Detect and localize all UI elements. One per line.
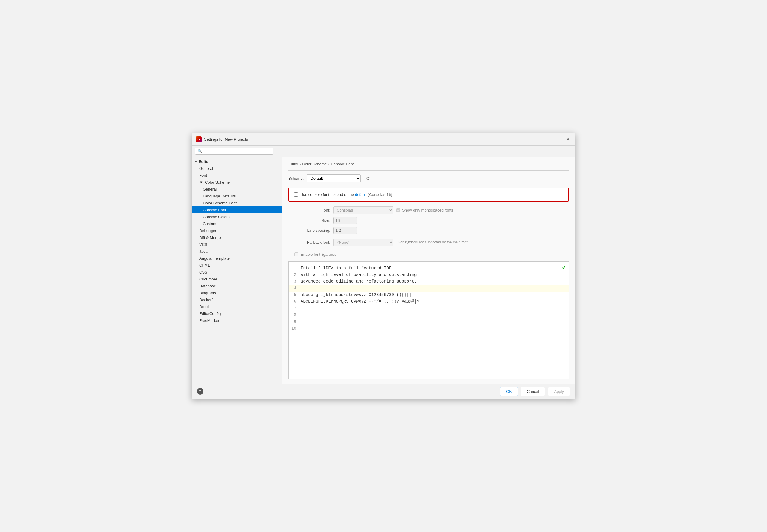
preview-line-6: 6 ABCDEFGHIJKLMNOPQRSTUVWXYZ +-*/= .,;:!…	[289, 298, 569, 305]
size-row: Size:	[294, 217, 569, 224]
cancel-button[interactable]: Cancel	[521, 387, 545, 396]
sidebar-item-custom[interactable]: Custom	[192, 220, 282, 227]
breadcrumb-sep-1: ›	[300, 162, 301, 166]
sidebar-item-dockerfile[interactable]: Dockerfile	[192, 296, 282, 303]
help-button[interactable]: ?	[197, 388, 203, 395]
sidebar-item-font[interactable]: Font	[192, 172, 282, 179]
settings-window: IJ Settings for New Projects ✕ ▼ Editor …	[192, 133, 575, 399]
sidebar-item-color-scheme[interactable]: ▼ Color Scheme	[192, 179, 282, 186]
scheme-select[interactable]: Default Darcula High Contrast	[307, 174, 361, 182]
chevron-down-icon: ▼	[194, 160, 197, 163]
scheme-label: Scheme:	[288, 176, 304, 181]
fallback-row: Fallback font: <None> For symbols not su…	[294, 239, 569, 246]
preview-checkmark-icon: ✔	[562, 264, 566, 271]
preview-line-10: 10	[289, 325, 569, 332]
font-row: Font: Consolas Show only monospaced font…	[294, 206, 569, 214]
sidebar-item-angular-template[interactable]: Angular Template	[192, 255, 282, 262]
preview-lines: 1 IntelliJ IDEA is a full-featured IDE 2…	[289, 262, 569, 335]
fallback-select[interactable]: <None>	[333, 239, 393, 246]
default-link[interactable]: default	[355, 192, 367, 197]
preview-line-2: 2 with a high level of usability and out…	[289, 271, 569, 278]
right-panel: Editor › Color Scheme › Console Font Sch…	[282, 157, 575, 384]
preview-line-9: 9	[289, 319, 569, 325]
line-spacing-label: Line spacing:	[294, 228, 330, 233]
preview-line-3: 3 advanced code editing and refactoring …	[289, 278, 569, 285]
sidebar-item-general[interactable]: General	[192, 165, 282, 172]
sidebar-item-color-scheme-font[interactable]: Color Scheme Font	[192, 200, 282, 206]
sidebar-item-css[interactable]: CSS	[192, 269, 282, 276]
preview-line-8: 8	[289, 312, 569, 318]
preview-box: 1 IntelliJ IDEA is a full-featured IDE 2…	[288, 261, 569, 379]
close-button[interactable]: ✕	[564, 136, 571, 143]
separator	[288, 170, 569, 171]
sidebar-item-drools[interactable]: Drools	[192, 303, 282, 310]
sidebar-item-database[interactable]: Database	[192, 283, 282, 289]
search-bar	[192, 146, 575, 157]
use-console-font-label: Use console font instead of the default …	[300, 192, 392, 197]
sidebar-item-cs-general[interactable]: General	[192, 186, 282, 193]
font-label: Font:	[294, 208, 330, 212]
sidebar-item-cfml[interactable]: CFML	[192, 262, 282, 269]
preview-line-7: 7	[289, 305, 569, 312]
sidebar-item-java[interactable]: Java	[192, 248, 282, 255]
fallback-label: Fallback font:	[294, 240, 330, 245]
sidebar-item-language-defaults[interactable]: Language Defaults	[192, 193, 282, 200]
scheme-gear-button[interactable]: ⚙	[364, 174, 372, 183]
fallback-hint: For symbols not supported by the main fo…	[398, 240, 468, 244]
sidebar: ▼ Editor General Font ▼ Color Scheme Gen…	[192, 157, 282, 384]
search-input[interactable]	[195, 148, 273, 155]
sidebar-item-diff-merge[interactable]: Diff & Merge	[192, 234, 282, 241]
font-settings-grid: Font: Consolas Show only monospaced font…	[288, 206, 569, 246]
line-spacing-input[interactable]	[333, 227, 357, 234]
preview-line-5: 5 abcdefghijklmnopqrstuvwxyz 0123456789 …	[289, 292, 569, 298]
size-label: Size:	[294, 218, 330, 223]
sidebar-item-editor[interactable]: ▼ Editor	[192, 158, 282, 165]
ok-button[interactable]: OK	[500, 387, 518, 396]
sidebar-item-debugger[interactable]: Debugger	[192, 227, 282, 234]
chevron-down-icon: ▼	[199, 180, 203, 185]
app-icon: IJ	[196, 136, 202, 142]
bottom-bar: ? OK Cancel Apply	[192, 384, 575, 399]
title-bar-left: IJ Settings for New Projects	[196, 136, 248, 142]
window-title: Settings for New Projects	[204, 137, 248, 142]
preview-line-1: 1 IntelliJ IDEA is a full-featured IDE	[289, 265, 569, 271]
sidebar-item-freemarker[interactable]: FreeMarker	[192, 317, 282, 324]
show-monospaced-row: Show only monospaced fonts	[396, 208, 453, 212]
ligatures-label: Enable font ligatures	[301, 252, 336, 257]
preview-line-4: 4	[289, 285, 569, 292]
use-console-font-row: Use console font instead of the default …	[288, 188, 569, 202]
sidebar-item-editorconfig[interactable]: EditorConfig	[192, 310, 282, 317]
sidebar-item-cucumber[interactable]: Cucumber	[192, 276, 282, 283]
main-content: ▼ Editor General Font ▼ Color Scheme Gen…	[192, 157, 575, 384]
use-console-font-checkbox[interactable]	[294, 192, 298, 197]
breadcrumb: Editor › Color Scheme › Console Font	[288, 162, 569, 166]
title-bar: IJ Settings for New Projects ✕	[192, 133, 575, 146]
apply-button[interactable]: Apply	[548, 387, 570, 396]
breadcrumb-sep-2: ›	[328, 162, 329, 166]
ligature-row: Enable font ligatures	[288, 252, 569, 257]
size-input[interactable]	[333, 217, 357, 224]
sidebar-item-console-colors[interactable]: Console Colors	[192, 213, 282, 220]
ligatures-checkbox[interactable]	[294, 252, 298, 256]
sidebar-item-vcs[interactable]: VCS	[192, 241, 282, 248]
font-select[interactable]: Consolas	[333, 206, 393, 214]
scheme-row: Scheme: Default Darcula High Contrast ⚙	[288, 174, 569, 183]
sidebar-item-diagrams[interactable]: Diagrams	[192, 289, 282, 296]
line-spacing-row: Line spacing:	[294, 227, 569, 234]
sidebar-item-console-font[interactable]: Console Font	[192, 206, 282, 213]
show-monospaced-checkbox[interactable]	[396, 208, 400, 212]
bottom-buttons: OK Cancel Apply	[500, 387, 570, 396]
show-monospaced-label: Show only monospaced fonts	[402, 208, 453, 212]
